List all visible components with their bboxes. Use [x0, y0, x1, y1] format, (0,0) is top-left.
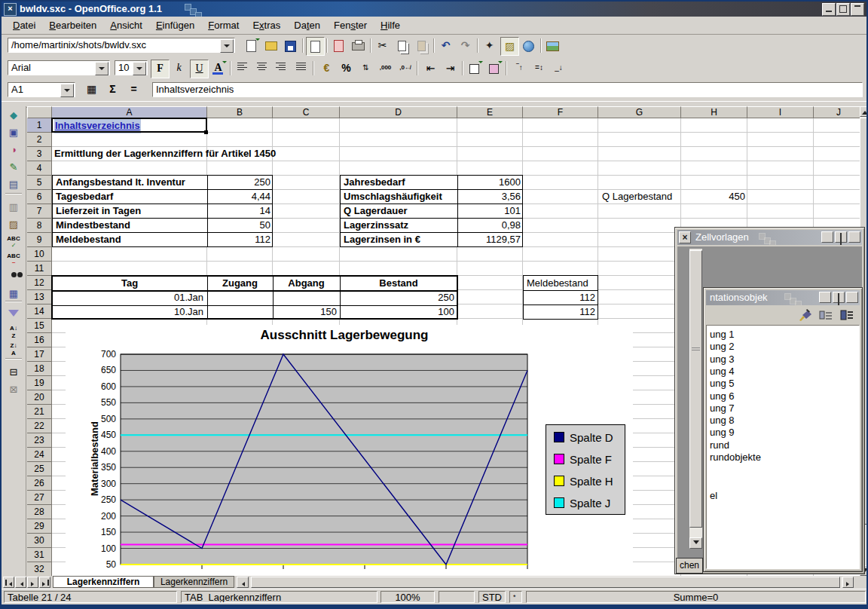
previous-sheet-icon[interactable] — [15, 577, 26, 588]
row-header-28[interactable]: 28 — [27, 505, 52, 519]
italic-button[interactable]: k — [170, 60, 188, 77]
style-list-item[interactable]: ung 8 — [710, 415, 735, 427]
edit-file-button[interactable]: ✎ — [306, 37, 325, 56]
form-functions-icon[interactable]: ▤ — [5, 176, 23, 193]
rollup-button[interactable] — [851, 3, 864, 16]
row-header-20[interactable]: 20 — [27, 390, 52, 405]
sort-descending-icon[interactable]: Z↓A — [5, 341, 23, 358]
zellvorlagen-window-buttons[interactable] — [820, 231, 860, 245]
row-header-30[interactable]: 30 — [27, 534, 52, 548]
row-header-32[interactable]: 32 — [27, 562, 52, 576]
row-header-11[interactable]: 11 — [27, 262, 52, 276]
tab-scroll-left-icon[interactable] — [237, 577, 249, 588]
sum-icon[interactable]: Σ — [104, 81, 121, 98]
column-header-G[interactable]: G — [598, 106, 681, 118]
style-list-item[interactable]: ung 7 — [710, 402, 735, 415]
navigator-icon[interactable]: ✦ — [481, 37, 498, 54]
currency-format-icon[interactable]: € — [318, 60, 335, 77]
zellvorlagen-titlebar[interactable]: × Zellvorlagen — [677, 230, 862, 245]
style-list-item[interactable]: ung 6 — [710, 390, 735, 402]
sheet-tab-inactive[interactable]: Lagerkennziffern — [154, 576, 234, 588]
new-style-from-selection-icon[interactable] — [819, 309, 833, 323]
data-sources-icon[interactable]: ▦ — [5, 286, 23, 302]
menu-item-format[interactable]: Format — [201, 18, 246, 32]
bold-button[interactable]: F — [151, 60, 170, 78]
row-header-23[interactable]: 23 — [27, 433, 52, 448]
column-header-A[interactable]: A — [52, 106, 207, 118]
align-left-icon[interactable] — [234, 60, 251, 77]
underline-button[interactable]: U — [190, 60, 209, 78]
cell-reference-box[interactable]: A1 — [8, 82, 75, 97]
column-header-B[interactable]: B — [207, 106, 273, 118]
menu-item-datei[interactable]: Datei — [6, 18, 42, 32]
row-header-31[interactable]: 31 — [27, 548, 52, 562]
style-list-item[interactable]: ung 5 — [710, 378, 735, 390]
font-size-combo[interactable]: 10 — [115, 60, 148, 75]
format-paintbrush-icon[interactable]: ▨ — [5, 216, 23, 233]
decrease-indent-icon[interactable]: ⇤ — [422, 60, 439, 77]
row-header-25[interactable]: 25 — [27, 462, 52, 476]
menu-item-extras[interactable]: Extras — [246, 18, 287, 32]
delete-decimal-icon[interactable]: ,0↚ — [396, 60, 414, 77]
cut-icon[interactable]: ✂ — [374, 37, 391, 54]
paste-icon[interactable] — [413, 37, 430, 54]
horizontal-scrollbar[interactable] — [250, 577, 842, 588]
row-header-7[interactable]: 7 — [27, 204, 52, 219]
stylist-titlebar[interactable]: ntationsobjek — [706, 290, 860, 305]
menu-item-bearbeiten[interactable]: Bearbeiten — [42, 18, 103, 32]
row-header-2[interactable]: 2 — [27, 133, 52, 147]
row-header-18[interactable]: 18 — [27, 362, 52, 376]
style-list-item[interactable]: el — [710, 490, 717, 502]
panel-bottom-tab[interactable]: chen — [676, 558, 703, 574]
function-icon[interactable]: = — [125, 81, 142, 98]
update-style-icon[interactable] — [840, 309, 854, 323]
style-list-item[interactable]: rundobjekte — [710, 451, 761, 464]
row-header-14[interactable]: 14 — [27, 304, 52, 319]
row-headers[interactable]: 1234567891011121314151617181920212223242… — [27, 118, 52, 576]
insert-icon[interactable]: ◆ — [5, 107, 23, 124]
gallery-icon[interactable] — [544, 37, 561, 54]
add-decimal-icon[interactable]: ,000 — [377, 60, 394, 77]
window-menu-icon[interactable]: × — [4, 3, 17, 16]
next-sheet-icon[interactable] — [27, 577, 38, 588]
stylist-window-buttons[interactable] — [818, 292, 858, 305]
titlebar[interactable]: × bwldv.sxc - OpenOffice.org 1.1 — [2, 2, 866, 17]
stylist-style-list[interactable]: ung 1ung 2ung 3ung 4ung 5ung 6ung 7ung 8… — [706, 325, 860, 569]
first-sheet-icon[interactable] — [3, 577, 14, 588]
ungroup-icon[interactable]: ⊠ — [5, 381, 23, 398]
draw-functions-icon[interactable]: ✎ — [5, 159, 23, 176]
chart-object[interactable]: Ausschnitt Lagerbewegung Materialbestand… — [66, 325, 633, 576]
open-button[interactable] — [262, 37, 280, 54]
row-header-12[interactable]: 12 — [27, 276, 52, 290]
column-header-I[interactable]: I — [747, 106, 814, 118]
insert-fields-icon[interactable]: ▥ — [5, 199, 23, 216]
background-color-icon[interactable] — [485, 60, 503, 77]
stylist-icon[interactable]: ▨ — [500, 37, 519, 56]
copy-icon[interactable] — [393, 37, 411, 54]
horizontal-scroll-thumb[interactable] — [251, 577, 840, 588]
font-name-dropdown-icon[interactable] — [95, 62, 108, 75]
row-header-26[interactable]: 26 — [27, 476, 52, 491]
sum-field[interactable]: Summe=0 — [526, 591, 866, 603]
hyperlink-globe-icon[interactable] — [520, 37, 537, 54]
style-list-item[interactable]: ung 2 — [710, 341, 735, 353]
watering-can-icon[interactable] — [798, 309, 813, 324]
standard-format-icon[interactable]: ⇅ — [357, 60, 374, 77]
row-header-6[interactable]: 6 — [27, 190, 52, 204]
row-header-13[interactable]: 13 — [27, 290, 52, 304]
formula-input[interactable]: Inhaltsverzeichnis — [152, 82, 863, 97]
url-dropdown-icon[interactable] — [220, 39, 234, 53]
save-button[interactable] — [282, 37, 299, 54]
minimize-button[interactable] — [822, 3, 836, 16]
row-header-17[interactable]: 17 — [27, 347, 52, 362]
select-all-corner[interactable] — [27, 106, 52, 118]
insert-object-icon[interactable]: ◑ — [5, 142, 23, 158]
style-list-item[interactable]: ung 1 — [710, 329, 735, 341]
row-header-16[interactable]: 16 — [27, 333, 52, 347]
scroll-down-icon[interactable] — [689, 537, 702, 549]
column-header-E[interactable]: E — [457, 106, 523, 118]
export-pdf-button[interactable] — [330, 37, 347, 54]
row-header-22[interactable]: 22 — [27, 419, 52, 433]
function-autopilot-icon[interactable]: ▦ — [83, 81, 100, 98]
menu-item-hilfe[interactable]: Hilfe — [374, 18, 407, 32]
